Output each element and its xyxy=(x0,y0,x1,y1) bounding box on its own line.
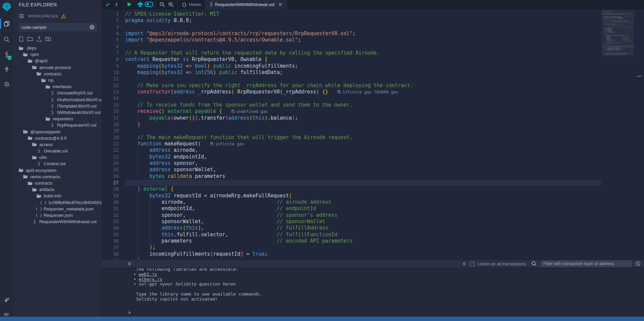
line-number[interactable]: 12 xyxy=(102,82,125,89)
tree-file[interactable]: IAuthorizationUtilsV0.sol xyxy=(13,97,102,103)
tree-file[interactable]: RrpRequesterV0.sol xyxy=(13,122,102,128)
tree-file[interactable]: Context.sol xyxy=(13,160,102,167)
code-line[interactable]: 38 incomingFulfillments[requestId] = tru… xyxy=(102,251,601,257)
code-line[interactable]: 14 xyxy=(102,95,601,102)
deploy-run-icon[interactable] xyxy=(0,63,13,76)
tree-file[interactable]: { }Requester.json xyxy=(13,212,102,218)
code-line[interactable]: 34 address(this), // fulfillAddress xyxy=(102,225,601,231)
tree-file[interactable]: IWithdrawalUtilsV0.sol xyxy=(13,109,102,116)
check-icon[interactable] xyxy=(103,0,112,9)
tree-folder[interactable]: remix-contracts xyxy=(13,174,102,180)
copilot-toggle-icon[interactable] xyxy=(145,0,153,9)
upload-file-icon[interactable] xyxy=(36,36,42,42)
tree-folder[interactable]: interfaces xyxy=(13,83,102,90)
line-number[interactable]: 38 xyxy=(102,251,125,257)
clear-terminal-icon[interactable] xyxy=(635,261,641,266)
ai-copilot-robot-icon[interactable] xyxy=(136,0,145,9)
line-number[interactable]: 8 xyxy=(102,56,125,63)
line-number[interactable]: 10 xyxy=(102,69,125,76)
line-number[interactable]: 16 xyxy=(102,108,125,115)
terminal-output[interactable]: The following libraries are accessible: … xyxy=(102,268,644,317)
code-line[interactable]: 17 payable(owner()).transfer(address(thi… xyxy=(102,115,601,121)
tree-file[interactable]: ITemplateUtilsV0.sol xyxy=(13,103,102,109)
tree-folder[interactable]: access xyxy=(13,141,102,148)
code-line[interactable]: 8contract Requester is RrpRequesterV0, O… xyxy=(102,56,601,63)
line-number[interactable]: 28 xyxy=(102,186,125,192)
line-number[interactable]: 9 xyxy=(102,63,125,69)
code-line[interactable]: 15 // To receive funds from the sponsor … xyxy=(102,102,601,108)
code-line[interactable]: 1// SPDX-License-Identifier: MIT xyxy=(102,11,601,17)
workspace-select[interactable]: code-sample ≡ xyxy=(18,23,97,31)
debugger-icon[interactable] xyxy=(0,77,13,90)
settings-icon[interactable] xyxy=(0,308,13,321)
line-number[interactable]: 3 xyxy=(102,24,125,30)
line-number[interactable]: 37 xyxy=(102,244,125,251)
tab-home[interactable]: Home xyxy=(178,0,205,9)
code-line[interactable]: 9 mapping(bytes32 => bool) public incomi… xyxy=(102,63,601,69)
code-line[interactable]: 20 // The main makeRequest function that… xyxy=(102,134,601,141)
line-number[interactable]: 33 xyxy=(102,218,125,225)
new-folder-icon[interactable] xyxy=(27,36,33,42)
code-line[interactable]: 32 sponsor, // sponsor's address xyxy=(102,212,601,218)
line-number[interactable]: 15 xyxy=(102,102,125,108)
line-number[interactable]: 13 xyxy=(102,89,125,95)
code-line[interactable]: 31 endpointId, // endpointId xyxy=(102,205,601,212)
line-number[interactable]: 32 xyxy=(102,212,125,218)
search-icon[interactable] xyxy=(0,33,13,46)
code-line[interactable]: 26 bytes calldata parameters xyxy=(102,173,601,180)
code-line[interactable]: 19 xyxy=(102,128,601,134)
tab-requester-with-withdrawal[interactable]: RequesterWithWithdrawal.sol ✕ xyxy=(205,0,287,9)
editor-scrollbar[interactable] xyxy=(637,76,642,77)
code-line[interactable]: 22 address airnode, xyxy=(102,147,601,153)
code-line[interactable]: 28 ) external { xyxy=(102,186,601,192)
line-number[interactable]: 4 xyxy=(102,30,125,37)
line-number[interactable]: 25 xyxy=(102,167,125,173)
line-number[interactable]: 34 xyxy=(102,225,125,231)
tree-folder[interactable]: contracts xyxy=(13,71,102,77)
remix-logo-icon[interactable] xyxy=(2,2,12,12)
code-line[interactable]: 7// A Requester that will return the req… xyxy=(102,50,601,56)
transaction-filter-input[interactable] xyxy=(541,260,632,267)
tree-folder[interactable]: .deps xyxy=(13,45,102,51)
tree-folder[interactable]: utils xyxy=(13,154,102,160)
minimap[interactable]: // SPDX-License-Identifier: MITpragma so… xyxy=(602,10,634,56)
new-file-icon[interactable] xyxy=(19,36,24,42)
line-number[interactable]: 30 xyxy=(102,199,125,205)
expand-terminal-icon[interactable] xyxy=(128,261,132,266)
code-line[interactable]: 6 xyxy=(102,44,601,50)
close-tab-icon[interactable]: ✕ xyxy=(278,2,283,7)
tree-folder[interactable]: rrp xyxy=(13,77,102,83)
tree-file[interactable]: IAirnodeRrpV0.sol xyxy=(13,90,102,96)
line-number[interactable]: 19 xyxy=(102,128,125,134)
workspaces-menu-icon[interactable] xyxy=(19,14,24,18)
code-line[interactable]: 30 airnode, // airnode address xyxy=(102,199,601,205)
line-number[interactable]: 6 xyxy=(102,44,125,50)
file-explorer-icon[interactable] xyxy=(0,17,13,30)
chevron-right-icon[interactable] xyxy=(112,0,121,9)
tree-folder[interactable]: api3-ecosystem xyxy=(13,167,102,174)
code-line[interactable]: 37 ); xyxy=(102,244,601,251)
line-number[interactable]: 17 xyxy=(102,115,125,121)
tree-folder[interactable]: contracts@4.9.5 xyxy=(13,135,102,141)
run-script-icon[interactable] xyxy=(125,0,134,9)
tree-file[interactable]: { }Requester_metadata.json xyxy=(13,206,102,212)
code-line[interactable]: 29 bytes32 requestId = airnodeRrp.makeFu… xyxy=(102,193,601,199)
upload-folder-icon[interactable] xyxy=(45,36,51,42)
line-number[interactable]: 11 xyxy=(102,76,125,82)
line-number[interactable]: 14 xyxy=(102,95,125,102)
code-line[interactable]: 25 address sponsorWallet, xyxy=(102,167,601,173)
line-number[interactable]: 31 xyxy=(102,205,125,212)
tree-file[interactable]: { }1c06f6d06e3f7bccf64045015111a0... xyxy=(13,199,102,206)
solidity-compiler-icon[interactable] xyxy=(0,48,13,61)
line-number[interactable]: 36 xyxy=(102,238,125,244)
terminal-link[interactable]: ethers.js xyxy=(139,277,162,282)
code-line[interactable]: 3 xyxy=(102,24,601,30)
code-line[interactable]: 35 this.fulfill.selector, // fulfillFunc… xyxy=(102,232,601,238)
line-number[interactable]: 21 xyxy=(102,141,125,147)
tree-folder[interactable]: npm xyxy=(13,51,102,58)
code-line[interactable]: 10 mapping(bytes32 => int256) public ful… xyxy=(102,69,601,76)
tree-folder[interactable]: @api3 xyxy=(13,58,102,64)
code-line[interactable]: 21 function makeRequest( infinite gas xyxy=(102,141,601,147)
tree-file[interactable]: Ownable.sol xyxy=(13,148,102,154)
line-number[interactable]: 2 xyxy=(102,17,125,24)
